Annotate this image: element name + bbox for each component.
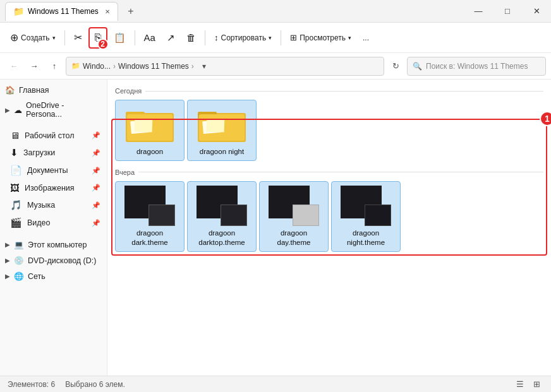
onedrive-icon: ☁ xyxy=(14,105,22,115)
computer-icon: 💻 xyxy=(14,240,24,249)
network-arrow-icon: ▶ xyxy=(5,273,10,280)
file-name-dragoon-darktop: dragoon darktop.theme xyxy=(193,229,251,247)
file-item-dragoon-darktop[interactable]: dragoon darktop.theme xyxy=(187,181,257,252)
title-bar-left: 📁 Windows 11 Themes ✕ + xyxy=(5,2,464,21)
copy-button[interactable]: ⎘ 2 xyxy=(88,27,107,49)
more-button[interactable]: ... xyxy=(358,30,374,45)
sidebar-dvd-label: DVD-дисковод (D:) xyxy=(28,256,96,265)
music-icon: 🎵 xyxy=(10,199,22,211)
pictures-icon: 🖼 xyxy=(10,182,20,193)
share-button[interactable]: ↗ xyxy=(162,29,180,47)
toolbar-separator-3 xyxy=(205,30,205,45)
toolbar-separator-1 xyxy=(64,30,65,45)
tab-close-button[interactable]: ✕ xyxy=(105,8,110,15)
file-name-dragoon-day: dragoon day.theme xyxy=(265,229,323,247)
onedrive-arrow-icon: ▶ xyxy=(5,107,10,114)
dvd-arrow-icon: ▶ xyxy=(5,257,10,264)
sidebar-item-desktop[interactable]: 🖥 Рабочий стол 📌 xyxy=(0,127,107,144)
sidebar-item-pictures[interactable]: 🖼 Изображения 📌 xyxy=(0,179,107,196)
back-button[interactable]: ← xyxy=(5,57,23,75)
sidebar-item-onedrive[interactable]: ▶ ☁ OneDrive - Persona... xyxy=(0,98,107,122)
minimize-button[interactable]: — xyxy=(464,0,493,23)
grid-view-button[interactable]: ⊞ xyxy=(530,377,543,391)
pin-icon-pic: 📌 xyxy=(92,184,100,192)
share-icon: ↗ xyxy=(167,32,175,44)
sidebar: 🏠 Главная ▶ ☁ OneDrive - Persona... 🖥 Ра… xyxy=(0,80,107,376)
create-label: Создать xyxy=(21,33,50,42)
view-icon: ⊞ xyxy=(290,33,297,42)
sidebar-item-computer[interactable]: ▶ 💻 Этот компьютер xyxy=(0,237,107,252)
sort-dropdown-icon: ▾ xyxy=(269,35,272,41)
selected-count: Выбрано 6 элем. xyxy=(65,380,125,389)
sidebar-item-video[interactable]: 🎬 Видео 📌 xyxy=(0,214,107,232)
forward-button[interactable]: → xyxy=(25,57,43,75)
path-separator-2: › xyxy=(191,62,194,71)
close-button[interactable]: ✕ xyxy=(522,0,551,23)
sidebar-item-music[interactable]: 🎵 Музыка 📌 xyxy=(0,196,107,214)
title-bar: 📁 Windows 11 Themes ✕ + — □ ✕ xyxy=(0,0,551,23)
sidebar-home-label: Главная xyxy=(19,86,49,95)
file-item-dragoon[interactable]: dragoon xyxy=(115,100,185,161)
sidebar-item-downloads[interactable]: ⬇ Загрузки 📌 xyxy=(0,144,107,162)
sidebar-network-label: Сеть xyxy=(28,272,45,281)
folder-svg-dragoon xyxy=(126,105,174,143)
sidebar-computer-label: Этот компьютер xyxy=(28,241,87,249)
view-button[interactable]: ⊞ Просмотреть ▾ xyxy=(285,30,356,45)
create-button[interactable]: ⊕ Создать ▾ xyxy=(5,28,61,47)
refresh-button[interactable]: ↻ xyxy=(387,57,404,75)
cut-button[interactable]: ✂ xyxy=(69,28,87,47)
status-bar: Элементов: 6 Выбрано 6 элем. ☰ ⊞ xyxy=(0,376,551,392)
annotation-badge-2: 2 xyxy=(97,39,109,50)
network-icon: 🌐 xyxy=(14,271,24,281)
paste-button[interactable]: 📋 xyxy=(109,29,131,47)
sort-button[interactable]: ↕ Сортировать ▾ xyxy=(209,30,277,45)
pin-icon: 📌 xyxy=(92,131,100,140)
file-item-dragoon-night[interactable]: dragoon night xyxy=(187,100,257,161)
sort-icon: ↕ xyxy=(214,33,219,42)
file-name-dragoon: dragoon xyxy=(136,147,163,157)
content-wrapper: Сегодня xyxy=(115,87,543,252)
sidebar-item-network[interactable]: ▶ 🌐 Сеть xyxy=(0,268,107,284)
yesterday-file-grid: dragoon dark.theme dragoon darktop.theme xyxy=(115,181,543,252)
sidebar-item-dvd[interactable]: ▶ 💿 DVD-дисковод (D:) xyxy=(0,252,107,268)
pin-icon-doc: 📌 xyxy=(92,167,100,175)
sidebar-item-home[interactable]: 🏠 Главная xyxy=(0,82,107,98)
delete-icon: 🗑 xyxy=(186,32,196,43)
theme-fg-day xyxy=(293,205,319,226)
file-name-dragoon-dark: dragoon dark.theme xyxy=(121,229,179,247)
search-box[interactable]: 🔍 Поиск в: Windows 11 Themes xyxy=(407,57,546,76)
address-path[interactable]: 📁 Windo... › Windows 11 Themes › ▾ xyxy=(66,57,384,76)
tab-windows-themes[interactable]: 📁 Windows 11 Themes ✕ xyxy=(5,2,118,21)
view-controls: ☰ ⊞ xyxy=(513,377,543,391)
sidebar-desktop-label: Рабочий стол xyxy=(25,131,74,140)
paste-icon: 📋 xyxy=(114,32,126,44)
delete-button[interactable]: 🗑 xyxy=(181,29,201,46)
list-view-button[interactable]: ☰ xyxy=(513,377,527,391)
new-tab-button[interactable]: + xyxy=(122,3,140,20)
cut-icon: ✂ xyxy=(74,32,82,44)
create-icon: ⊕ xyxy=(10,32,18,44)
sidebar-item-documents[interactable]: 📄 Документы 📌 xyxy=(0,162,107,179)
sidebar-music-label: Музыка xyxy=(27,201,55,210)
sidebar-documents-label: Документы xyxy=(27,166,68,175)
more-icon: ... xyxy=(363,33,369,42)
section-today: Сегодня xyxy=(115,87,543,95)
rename-button[interactable]: Aa xyxy=(139,29,160,46)
sidebar-video-label: Видео xyxy=(27,218,51,227)
maximize-button[interactable]: □ xyxy=(493,0,522,23)
file-item-dragoon-dark[interactable]: dragoon dark.theme xyxy=(115,181,185,252)
theme-icon-dragoon-dark xyxy=(124,186,175,226)
content-area: Сегодня xyxy=(107,80,551,376)
items-count: Элементов: 6 xyxy=(8,380,55,389)
theme-fg-night xyxy=(365,205,391,226)
search-placeholder: Поиск в: Windows 11 Themes xyxy=(426,62,528,71)
svg-rect-5 xyxy=(135,119,153,133)
search-icon: 🔍 xyxy=(413,62,422,71)
file-item-dragoon-day[interactable]: dragoon day.theme xyxy=(259,181,329,252)
folder-tab-icon: 📁 xyxy=(13,6,24,16)
sidebar-downloads-label: Загрузки xyxy=(23,148,55,157)
address-dropdown[interactable]: ▾ xyxy=(197,57,212,76)
pin-icon-mus: 📌 xyxy=(92,201,100,210)
file-item-dragoon-night-theme[interactable]: dragoon night.theme xyxy=(331,181,401,252)
up-button[interactable]: ↑ xyxy=(45,57,63,75)
